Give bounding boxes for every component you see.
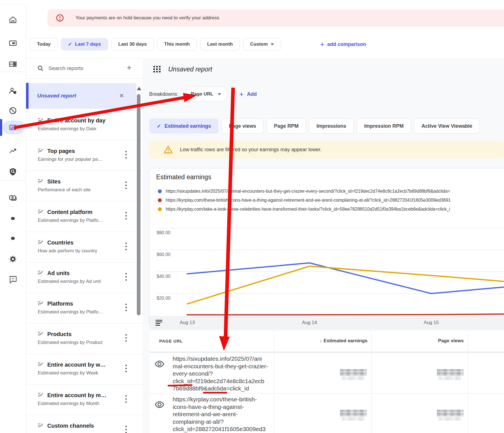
optimization-icon[interactable]: [9, 147, 17, 155]
report-subtitle: Performance of each site: [38, 187, 91, 193]
insights-sparkline-icon: [37, 209, 44, 215]
table-row[interactable]: https://kyrplay.com/these-british-icons-…: [149, 394, 504, 433]
ads-icon[interactable]: [9, 39, 17, 47]
date-filter-button[interactable]: ✓ Last 7 days: [61, 38, 108, 50]
saved-reports-list: Entire account by day Estimated earnings…: [26, 110, 143, 433]
kebab-menu-icon[interactable]: [125, 243, 127, 252]
list-item[interactable]: Custom channels: [26, 415, 143, 433]
list-item[interactable]: Platforms Estimated earnings by Platfo…: [26, 293, 143, 323]
left-nav-rail: [0, 4, 26, 433]
policy-center-icon[interactable]: [9, 167, 17, 176]
list-item[interactable]: Products Estimated earnings by Product: [26, 323, 143, 354]
reports-icon[interactable]: [9, 123, 17, 132]
table-view-icon[interactable]: [156, 320, 163, 327]
kebab-menu-icon[interactable]: [125, 151, 127, 160]
date-filter-button[interactable]: Last 30 days: [111, 38, 154, 50]
kebab-menu-icon[interactable]: [125, 304, 127, 313]
table-body: https://sixupdates.info/2025/07/animal-e…: [149, 353, 504, 433]
feedback-icon[interactable]: [9, 275, 17, 284]
scrollbar-up-arrow[interactable]: [137, 87, 141, 90]
red-underlined-text: click_id: [173, 378, 192, 384]
metric-tabs: ✓ Estimated earnings Page views Page RPM…: [149, 118, 480, 134]
insights-sparkline-icon: [37, 239, 44, 246]
metric-tab[interactable]: ✓ Estimated earnings: [149, 118, 219, 134]
list-item[interactable]: Entire account by m… Estimated earnings …: [26, 385, 143, 415]
date-filter-label: Custom: [250, 41, 268, 47]
sidebar-item-unsaved-report[interactable]: Unsaved report ✕: [26, 83, 136, 109]
eye-icon[interactable]: [154, 360, 165, 368]
list-item[interactable]: Content platform Estimated earnings by P…: [26, 201, 143, 232]
insights-sparkline-icon: [37, 361, 44, 368]
breakdown-select[interactable]: Page URL: [184, 87, 228, 102]
kebab-menu-icon[interactable]: [125, 334, 127, 343]
date-filter-button[interactable]: Custom: [243, 38, 281, 50]
y-tick-label: $40.00: [157, 274, 170, 279]
kebab-menu-icon[interactable]: [125, 365, 127, 374]
settings-gear-icon[interactable]: [9, 255, 17, 263]
metric-tab-label: Page views: [229, 123, 256, 129]
column-header-page-views[interactable]: Page views: [362, 338, 464, 344]
close-icon[interactable]: ✕: [119, 92, 124, 99]
metric-tab[interactable]: Impression RPM: [357, 118, 411, 134]
blocking-controls-icon[interactable]: [9, 106, 17, 115]
metric-tab[interactable]: Page RPM: [266, 118, 306, 134]
line-chart: [149, 168, 504, 328]
list-item[interactable]: Entire account by day Estimated earnings…: [26, 110, 143, 140]
x-tick-label: Aug 14: [302, 320, 317, 325]
column-divider: [274, 330, 274, 433]
plus-icon: +: [239, 90, 243, 99]
payments-icon[interactable]: [9, 194, 17, 202]
metric-tab[interactable]: Page views: [221, 118, 264, 134]
eye-icon[interactable]: [154, 401, 165, 408]
breakdown-value: Page URL: [191, 91, 213, 97]
report-title: Entire account by m…: [47, 392, 106, 399]
home-icon[interactable]: [9, 15, 17, 24]
metric-tab[interactable]: Active View Viewable: [414, 118, 480, 134]
add-breakdown-button[interactable]: + Add: [239, 90, 257, 99]
breakdowns-row: Breakdowns: Page URL + Add: [149, 87, 257, 102]
list-item[interactable]: Sites Performance of each site: [26, 171, 143, 201]
search-reports-input[interactable]: [48, 65, 119, 72]
report-title: Platforms: [47, 301, 73, 307]
kebab-menu-icon[interactable]: [125, 426, 127, 433]
kebab-menu-icon[interactable]: [125, 395, 127, 404]
list-item[interactable]: Ad units Estimated earnings by Ad unit: [26, 262, 143, 293]
blurred-pageviews-value: [437, 410, 464, 416]
insights-sparkline-icon: [37, 300, 44, 307]
column-header-page-url[interactable]: PAGE URL: [159, 339, 183, 343]
metric-tab-label: Active View Viewable: [421, 123, 472, 129]
list-item[interactable]: Entire account by w… Estimated earnings …: [26, 354, 143, 385]
account-icon[interactable]: [9, 87, 17, 95]
list-item[interactable]: Countries How ads perform by country: [26, 232, 143, 262]
column-header-estimated-earnings[interactable]: ↓Estimated earnings: [261, 338, 367, 344]
report-title: Entire account by day: [47, 117, 106, 124]
low-traffic-warning: Low-traffic rows are filtered so your ea…: [149, 141, 504, 159]
check-icon: ✓: [68, 41, 72, 47]
date-filter-button[interactable]: Today: [30, 38, 58, 50]
date-filter-button[interactable]: This month: [157, 38, 197, 50]
page-url-table: PAGE URL ↓Estimated earnings Page views …: [149, 330, 504, 433]
add-comparison-link[interactable]: + add comparison: [320, 41, 366, 48]
date-filter-row: Today ✓ Last 7 days Last 30 days This mo…: [30, 38, 281, 50]
more-dot-icon[interactable]: [9, 214, 17, 223]
banner-text: Your payments are on hold because you ne…: [76, 15, 219, 21]
list-item[interactable]: Top pages Earnings for your popular pa…: [26, 140, 143, 171]
report-title: Sites: [47, 178, 61, 185]
report-title: Content platform: [47, 209, 92, 215]
report-title: Countries: [47, 239, 73, 246]
metric-tab[interactable]: Impressions: [309, 118, 354, 134]
grid-apps-icon[interactable]: [153, 66, 161, 73]
kebab-menu-icon[interactable]: [125, 181, 127, 191]
main-content: Unsaved report Breakdowns: Page URL + Ad…: [144, 59, 504, 433]
metric-tab-label: Impressions: [317, 123, 346, 129]
table-row[interactable]: https://sixupdates.info/2025/07/animal-e…: [149, 353, 504, 394]
scrollbar-thumb[interactable]: [137, 94, 140, 315]
layout-icon[interactable]: [9, 60, 17, 68]
x-tick-label: Aug 13: [180, 320, 195, 325]
kebab-menu-icon[interactable]: [125, 212, 127, 221]
more-dot-icon[interactable]: [9, 234, 17, 243]
add-report-icon[interactable]: +: [126, 64, 132, 72]
date-filter-label: This month: [164, 41, 190, 47]
date-filter-button[interactable]: Last month: [200, 38, 240, 50]
kebab-menu-icon[interactable]: [125, 273, 127, 282]
